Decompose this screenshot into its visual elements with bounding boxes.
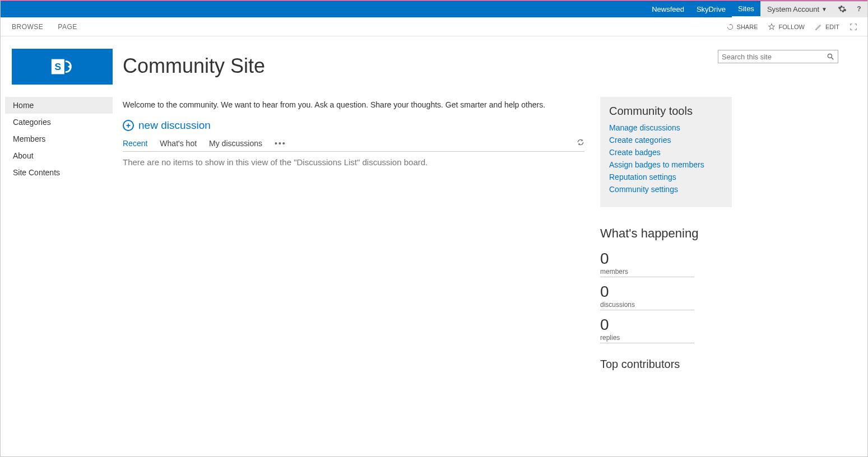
main-content: Welcome to the community. We want to hea…: [113, 97, 600, 371]
sharepoint-icon: S: [49, 54, 75, 80]
header-area: S Community Site: [1, 36, 867, 85]
tool-manage-discussions[interactable]: Manage discussions: [609, 123, 723, 132]
share-button[interactable]: SHARE: [726, 23, 758, 31]
tool-create-badges[interactable]: Create badges: [609, 148, 723, 157]
tool-community-settings[interactable]: Community settings: [609, 185, 723, 194]
focus-button[interactable]: [850, 23, 857, 31]
suite-link-skydrive[interactable]: SkyDrive: [690, 1, 732, 17]
user-name-label: System Account: [767, 5, 819, 13]
star-icon: [768, 23, 776, 31]
stat-replies-label: replies: [600, 334, 694, 342]
stat-discussions-label: discussions: [600, 301, 694, 309]
stat-replies-value: 0: [600, 317, 694, 333]
site-logo[interactable]: S: [12, 49, 113, 85]
top-contributors-title: Top contributors: [600, 358, 732, 371]
empty-list-message: There are no items to show in this view …: [123, 157, 584, 167]
help-icon: ?: [855, 4, 864, 13]
community-tools-panel: Community tools Manage discussions Creat…: [600, 97, 732, 207]
tool-create-categories[interactable]: Create categories: [609, 136, 723, 144]
left-nav: Home Categories Members About Site Conte…: [1, 97, 113, 371]
follow-button[interactable]: FOLLOW: [768, 23, 804, 31]
help-button[interactable]: ?: [851, 1, 867, 17]
plus-icon: +: [123, 120, 134, 131]
suite-link-newsfeed[interactable]: Newsfeed: [646, 1, 690, 17]
welcome-text: Welcome to the community. We want to hea…: [123, 100, 584, 109]
svg-text:S: S: [55, 61, 62, 72]
refresh-button[interactable]: [577, 138, 584, 148]
stat-members-label: members: [600, 268, 694, 276]
share-icon: [726, 23, 734, 31]
right-rail: Community tools Manage discussions Creat…: [600, 97, 732, 371]
page-title: Community Site: [123, 54, 265, 78]
svg-point-3: [828, 54, 832, 58]
more-options-button[interactable]: •••: [275, 139, 286, 148]
suite-link-sites[interactable]: Sites: [732, 1, 760, 17]
suite-bar: Newsfeed SkyDrive Sites System Account ▼…: [1, 1, 867, 17]
follow-label: FOLLOW: [778, 24, 804, 30]
settings-button[interactable]: [834, 1, 851, 17]
ribbon-tab-page[interactable]: PAGE: [58, 23, 77, 31]
new-discussion-button[interactable]: + new discussion: [123, 119, 584, 132]
search-box[interactable]: [718, 50, 838, 63]
nav-item-site-contents[interactable]: Site Contents: [5, 164, 113, 181]
ribbon-tab-browse[interactable]: BROWSE: [12, 23, 43, 31]
search-icon[interactable]: [827, 53, 834, 60]
discussion-tabs: Recent What's hot My discussions •••: [123, 138, 584, 152]
nav-item-about[interactable]: About: [5, 147, 113, 164]
share-label: SHARE: [737, 24, 758, 30]
edit-button[interactable]: EDIT: [815, 23, 839, 31]
edit-label: EDIT: [825, 24, 839, 30]
svg-text:?: ?: [857, 5, 861, 13]
refresh-icon: [577, 138, 584, 146]
tab-recent[interactable]: Recent: [123, 139, 147, 148]
svg-line-4: [832, 58, 834, 60]
stat-members-value: 0: [600, 251, 694, 267]
user-menu[interactable]: System Account ▼: [760, 1, 834, 17]
search-input[interactable]: [722, 53, 827, 61]
tools-title: Community tools: [609, 105, 723, 118]
whats-happening-title: What's happening: [600, 226, 732, 241]
caret-down-icon: ▼: [821, 6, 827, 12]
nav-item-members[interactable]: Members: [5, 130, 113, 147]
tab-whats-hot[interactable]: What's hot: [160, 139, 197, 148]
ribbon-bar: BROWSE PAGE SHARE FOLLOW EDIT: [1, 17, 867, 36]
gear-icon: [838, 4, 847, 13]
focus-icon: [850, 23, 857, 31]
stat-discussions-value: 0: [600, 284, 694, 300]
tool-reputation-settings[interactable]: Reputation settings: [609, 172, 723, 181]
new-discussion-label: new discussion: [138, 119, 211, 132]
stat-discussions: 0 discussions: [600, 284, 694, 310]
tool-assign-badges[interactable]: Assign badges to members: [609, 160, 723, 169]
nav-item-home[interactable]: Home: [5, 97, 113, 114]
pencil-icon: [815, 23, 823, 31]
stat-replies: 0 replies: [600, 317, 694, 343]
tab-my-discussions[interactable]: My discussions: [209, 139, 262, 148]
stat-members: 0 members: [600, 251, 694, 277]
nav-item-categories[interactable]: Categories: [5, 114, 113, 130]
